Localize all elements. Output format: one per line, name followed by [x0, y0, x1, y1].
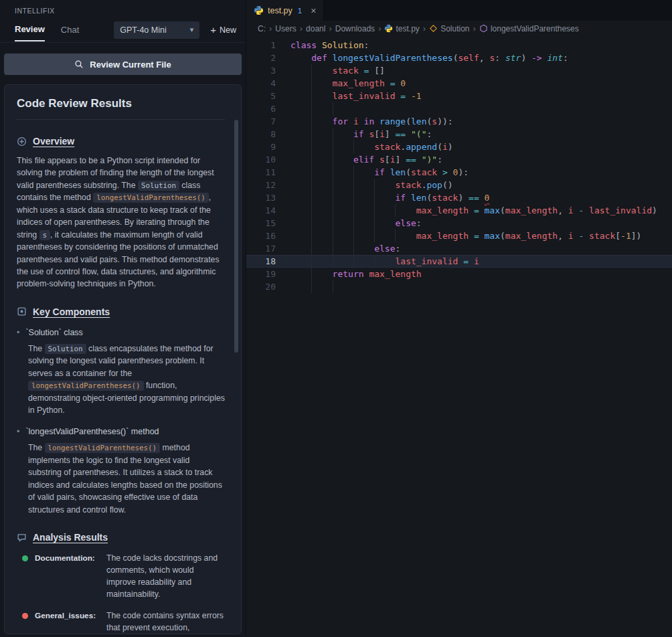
indent-guide: [374, 217, 395, 230]
code-line[interactable]: 20: [246, 280, 672, 293]
code-line[interactable]: 1class Solution:: [246, 39, 672, 52]
key-component-body: The Solution class encapsulates the meth…: [28, 343, 225, 417]
code-line-text: if len(stack) == 0: [290, 191, 489, 204]
code-line[interactable]: 2def longestValidParentheses(self, s: st…: [246, 52, 672, 64]
code-line[interactable]: 19return max_length: [246, 268, 672, 280]
indent-guide: [374, 255, 395, 268]
code-line[interactable]: 14max_length = max(max_length, i - last_…: [246, 204, 672, 217]
indent-guide: [311, 230, 332, 242]
inline-code: longestValidParentheses(): [28, 381, 144, 391]
chevron-right-icon: ›: [269, 23, 272, 33]
inline-code: longestValidParentheses(): [45, 443, 161, 453]
breadcrumb-item[interactable]: longestValidParentheses: [479, 24, 579, 33]
indent-guide: [333, 141, 353, 153]
inline-code: longestValidParentheses(): [93, 193, 209, 203]
bullet-icon: •: [17, 328, 19, 337]
code-line-text: last_invalid = -1: [290, 90, 422, 102]
new-chat-button[interactable]: + New: [210, 25, 236, 35]
line-number: 2: [246, 52, 276, 64]
indent-guide: [353, 230, 374, 242]
breadcrumb-label: Downloads: [335, 24, 375, 33]
code-line[interactable]: 18last_invalid = i: [246, 255, 672, 268]
chevron-right-icon: ›: [473, 23, 476, 33]
model-select-value: GPT-4o Mini: [120, 25, 166, 35]
breadcrumb-item[interactable]: Users: [275, 24, 296, 33]
tab-review[interactable]: Review: [15, 24, 45, 41]
model-select[interactable]: GPT-4o Mini ▾: [114, 21, 199, 39]
breadcrumb-item[interactable]: C:: [258, 24, 266, 33]
panel-title: INTELLIFIX: [0, 0, 246, 15]
code-line[interactable]: 8if s[i] == "(":: [246, 128, 672, 141]
code-line[interactable]: 9stack.append(i): [246, 141, 672, 153]
class-icon: [429, 24, 438, 33]
status-dot-icon: [22, 613, 28, 619]
indent-guide: [290, 64, 311, 77]
breadcrumb-item[interactable]: doanl: [306, 24, 325, 33]
code-line[interactable]: 6: [246, 102, 672, 115]
indent-guide: [311, 153, 332, 166]
overview-body: This file appears to be a Python script …: [17, 155, 225, 290]
code-line[interactable]: 13if len(stack) == 0: [246, 191, 672, 204]
indent-guide: [290, 179, 311, 191]
inline-code: Solution: [45, 344, 86, 354]
indent-guide: [333, 230, 353, 242]
indent-guide: [395, 230, 416, 242]
panel-tab-bar: Review Chat GPT-4o Mini ▾ + New: [0, 15, 246, 43]
circle-plus-icon: [17, 136, 27, 147]
editor-tab-testpy[interactable]: test.py 1 ×: [246, 0, 324, 21]
plus-icon: +: [210, 25, 216, 35]
code-line[interactable]: 15else:: [246, 217, 672, 230]
code-line-text: else:: [290, 217, 422, 230]
code-line[interactable]: 4max_length = 0: [246, 77, 672, 90]
breadcrumb: C:›Users›doanl›Downloads› test.py› Solut…: [246, 21, 672, 36]
overview-heading: Overview: [33, 136, 74, 147]
indent-guide: [311, 204, 332, 217]
indent-guide: [353, 141, 374, 153]
key-component-title: `Solution` class: [25, 328, 82, 337]
status-dot-icon: [22, 555, 28, 561]
indent-guide: [311, 255, 332, 268]
scrollbar-thumb[interactable]: [234, 120, 238, 353]
indent-guide: [333, 179, 353, 191]
code-line-text: for i in range(len(s)):: [290, 115, 453, 128]
key-components-heading-row: Key Components: [17, 306, 225, 317]
code-line[interactable]: 3stack = []: [246, 64, 672, 77]
tab-chat[interactable]: Chat: [61, 25, 79, 41]
review-current-file-button[interactable]: Review Current File: [4, 54, 242, 75]
code-line-text: max_length = max(max_length, i - stack[-…: [290, 230, 641, 242]
comment-icon: [17, 533, 27, 543]
indent-guide: [333, 102, 353, 115]
code-line[interactable]: 5last_invalid = -1: [246, 90, 672, 102]
indent-guide: [290, 268, 311, 280]
breadcrumb-item[interactable]: Solution: [429, 24, 469, 33]
code-line[interactable]: 10elif s[i] == ")":: [246, 153, 672, 166]
indent-guide: [290, 191, 311, 204]
line-number: 8: [246, 128, 276, 141]
code-editor[interactable]: 1class Solution:2def longestValidParenth…: [246, 36, 672, 637]
close-tab-icon[interactable]: ×: [311, 6, 316, 15]
code-line[interactable]: 17else:: [246, 242, 672, 255]
new-button-label: New: [220, 25, 236, 35]
line-number: 12: [246, 179, 276, 191]
code-line[interactable]: 12stack.pop(): [246, 179, 672, 191]
indent-guide: [311, 191, 332, 204]
code-line-text: if len(stack > 0):: [290, 166, 469, 179]
inline-code: s: [39, 230, 51, 240]
code-line-text: [290, 102, 353, 115]
intellifix-panel: INTELLIFIX Review Chat GPT-4o Mini ▾ + N…: [0, 0, 246, 637]
line-number: 7: [246, 115, 276, 128]
code-line[interactable]: 11if len(stack > 0):: [246, 166, 672, 179]
breadcrumb-label: Users: [275, 24, 296, 33]
breadcrumb-item[interactable]: test.py: [384, 24, 419, 33]
code-line-text: max_length = 0: [290, 77, 406, 90]
indent-guide: [311, 141, 332, 153]
line-number: 15: [246, 217, 276, 230]
code-line[interactable]: 16max_length = max(max_length, i - stack…: [246, 230, 672, 242]
breadcrumb-label: C:: [258, 24, 266, 33]
chevron-right-icon: ›: [378, 23, 381, 33]
code-line[interactable]: 7for i in range(len(s)):: [246, 115, 672, 128]
breadcrumb-item[interactable]: Downloads: [335, 24, 375, 33]
indent-guide: [290, 141, 311, 153]
analysis-text: The code lacks docstrings and comments, …: [106, 553, 225, 600]
analysis-item: General_issues:The code contains syntax …: [17, 610, 225, 634]
